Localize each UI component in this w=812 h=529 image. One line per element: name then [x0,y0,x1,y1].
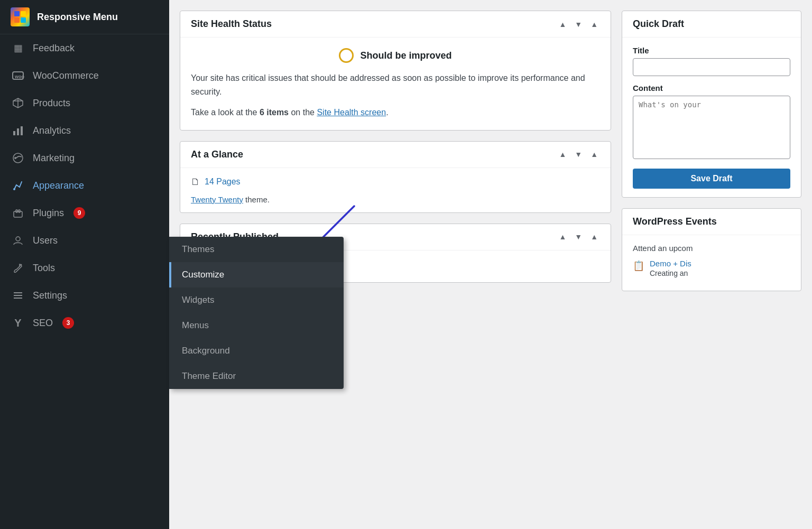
settings-icon [11,288,25,303]
submenu-themes[interactable]: Themes [169,237,344,262]
at-a-glance-body: 🗋 14 Pages Twenty Twenty theme. [180,168,611,212]
sidebar-item-feedback[interactable]: ▦ Feedback [0,34,169,62]
sidebar-item-analytics[interactable]: Analytics [0,117,169,144]
submenu-widgets[interactable]: Widgets [169,287,344,313]
at-a-glance-widget: At a Glance ▲ ▼ ▲ 🗋 14 Pages [180,141,611,213]
submenu-widgets-label: Widgets [182,295,214,305]
svg-rect-15 [14,211,22,217]
logo-text: Responsive Menu [37,12,118,23]
sidebar: Responsive Menu ▦ Feedback woo WooCommer… [0,0,169,529]
event-label: Demo + Dis [650,259,691,268]
content-textarea[interactable] [633,96,790,159]
wp-events-header: WordPress Events [622,209,801,235]
sidebar-item-users[interactable]: Users [0,227,169,254]
sidebar-item-label: Plugins [33,208,64,219]
submenu-theme-editor-label: Theme Editor [182,371,236,382]
glance-items-list: 🗋 14 Pages [191,177,600,188]
collapse-down-button[interactable]: ▼ [573,149,584,160]
event-icon: 📋 [633,260,644,272]
sidebar-item-woocommerce[interactable]: woo WooCommerce [0,62,169,89]
svg-point-18 [16,237,20,241]
health-status-label: Should be improved [360,50,451,61]
site-health-title: Site Health Status [191,18,272,30]
sidebar-item-plugins[interactable]: Plugins 9 [0,199,169,227]
svg-rect-10 [17,128,19,135]
event-link[interactable]: Demo + Dis [650,259,691,268]
site-health-header: Site Health Status ▲ ▼ ▲ [180,11,611,38]
site-health-link[interactable]: Site Health screen [317,108,386,117]
sidebar-item-appearance[interactable]: Appearance [0,172,169,199]
title-label: Title [633,46,790,55]
glance-theme-info: Twenty Twenty theme. [191,195,600,204]
sidebar-logo: Responsive Menu [0,0,169,34]
svg-text:woo: woo [14,74,24,79]
seo-icon: Y [11,315,25,330]
minimize-button[interactable]: ▲ [588,19,600,30]
sidebar-item-label: Appearance [33,180,84,191]
sidebar-item-tools[interactable]: Tools [0,254,169,282]
submenu-customize-label: Customize [182,270,224,280]
sidebar-item-settings[interactable]: Settings [0,282,169,309]
save-draft-button[interactable]: Save Draft [633,169,790,189]
svg-rect-0 [14,11,20,16]
theme-link[interactable]: Twenty Twenty [191,195,243,204]
recently-published-controls: ▲ ▼ ▲ [557,231,600,242]
collapse-up-button[interactable]: ▲ [557,149,568,160]
widget-controls: ▲ ▼ ▲ [557,19,600,30]
right-column: Quick Draft Title Content Save Draft Wor… [622,11,801,518]
wp-events-body: Attend an upcom 📋 Demo + Dis Creating an [622,235,801,291]
svg-rect-9 [13,131,15,135]
at-a-glance-title: At a Glance [191,149,243,160]
site-health-widget: Site Health Status ▲ ▼ ▲ Should be impro… [180,11,611,131]
woocommerce-icon: woo [11,68,25,83]
glance-pages-item[interactable]: 🗋 14 Pages [191,177,241,188]
submenu-themes-label: Themes [182,244,214,255]
collapse-down-button[interactable]: ▼ [573,19,584,30]
content-label: Content [633,83,790,92]
sidebar-item-label: Tools [33,263,55,274]
collapse-up-button[interactable]: ▲ [557,19,568,30]
site-health-body: Should be improved Your site has critica… [180,38,611,130]
submenu-theme-editor[interactable]: Theme Editor [169,364,344,389]
svg-rect-1 [21,11,26,16]
marketing-icon [11,151,25,165]
quick-draft-header: Quick Draft [622,11,801,38]
svg-rect-11 [21,126,23,135]
event-sub: Creating an [650,269,688,277]
sidebar-item-marketing[interactable]: Marketing [0,144,169,172]
feedback-icon: ▦ [11,41,25,55]
at-a-glance-controls: ▲ ▼ ▲ [557,149,600,160]
pages-icon: 🗋 [191,177,200,188]
health-link-pre: Take a look at the [191,108,257,117]
title-input[interactable] [633,58,790,76]
products-icon [11,96,25,110]
submenu-menus[interactable]: Menus [169,313,344,338]
health-link-mid: on the [291,108,314,117]
sidebar-item-label: Marketing [33,153,75,164]
submenu-background[interactable]: Background [169,338,344,364]
collapse-up-button[interactable]: ▲ [557,231,568,242]
sidebar-item-seo[interactable]: Y SEO 3 [0,309,169,337]
svg-point-13 [14,157,16,159]
event-item: 📋 Demo + Dis Creating an [633,259,790,278]
users-icon [11,233,25,248]
sidebar-item-label: WooCommerce [33,70,99,81]
sidebar-item-label: Feedback [33,43,75,54]
logo-icon [11,7,30,26]
submenu-menus-label: Menus [182,320,209,331]
svg-rect-2 [14,17,20,23]
minimize-button[interactable]: ▲ [588,149,600,160]
wp-events-widget: WordPress Events Attend an upcom 📋 Demo … [622,208,801,291]
wp-events-title: WordPress Events [633,216,717,227]
sidebar-item-label: Analytics [33,125,71,136]
pages-count-link[interactable]: 14 Pages [205,177,241,187]
collapse-down-button[interactable]: ▼ [573,231,584,242]
health-circle-icon [339,48,354,63]
tools-icon [11,261,25,275]
submenu-customize[interactable]: Customize [169,262,344,287]
health-items-count: 6 items [260,108,289,117]
minimize-button[interactable]: ▲ [588,231,600,242]
sidebar-item-products[interactable]: Products [0,89,169,117]
sidebar-item-label: Settings [33,290,67,301]
health-link-text: Take a look at the 6 items on the Site H… [191,106,600,119]
